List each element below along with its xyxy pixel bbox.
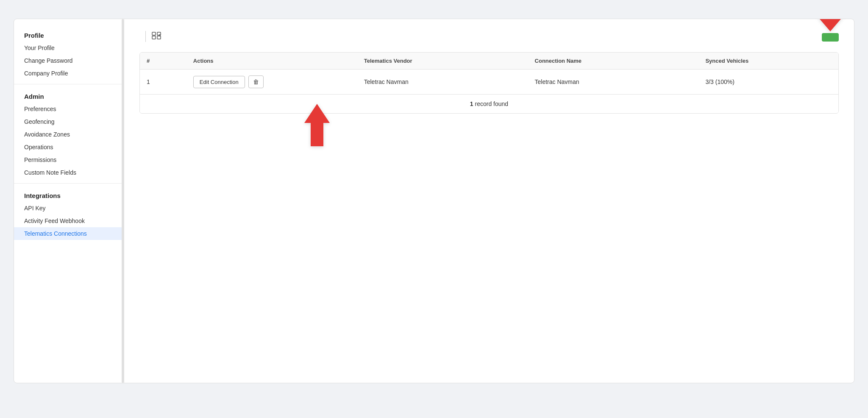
content-header <box>139 31 839 42</box>
down-arrow-annotation <box>815 19 845 33</box>
data-table: #ActionsTelematics VendorConnection Name… <box>140 53 838 94</box>
sidebar: ProfileYour ProfileChange PasswordCompan… <box>14 19 124 383</box>
col-header-telematics-vendor: Telematics Vendor <box>357 53 528 70</box>
main-card: ProfileYour ProfileChange PasswordCompan… <box>14 19 854 383</box>
sidebar-item-custom-note-fields[interactable]: Custom Note Fields <box>14 166 124 179</box>
col-header-synced-vehicles: Synced Vehicles <box>698 53 838 70</box>
sidebar-section-2: IntegrationsAPI KeyActivity Feed Webhook… <box>14 183 124 240</box>
content-area: #ActionsTelematics VendorConnection Name… <box>124 19 854 383</box>
svg-marker-4 <box>818 19 843 31</box>
row-number: 1 <box>140 70 186 95</box>
sidebar-item-geofencing[interactable]: Geofencing <box>14 115 124 128</box>
sidebar-section-title-2: Integrations <box>14 188 124 202</box>
sidebar-item-activity-feed-webhook[interactable]: Activity Feed Webhook <box>14 215 124 227</box>
title-divider <box>145 31 146 42</box>
svg-rect-3 <box>157 36 161 39</box>
sidebar-item-change-password[interactable]: Change Password <box>14 54 124 67</box>
row-synced-vehicles: 3/3 (100%) <box>698 70 838 95</box>
table-header: #ActionsTelematics VendorConnection Name… <box>140 53 838 70</box>
row-actions: Edit Connection🗑 <box>186 70 357 95</box>
svg-rect-0 <box>152 32 156 35</box>
action-cell: Edit Connection🗑 <box>193 75 351 88</box>
table-footer: 1 record found <box>140 94 838 113</box>
sidebar-item-api-key[interactable]: API Key <box>14 202 124 215</box>
sidebar-item-preferences[interactable]: Preferences <box>14 103 124 115</box>
table-row: 1Edit Connection🗑Teletrac NavmanTeletrac… <box>140 70 838 95</box>
sidebar-section-title-1: Admin <box>14 89 124 103</box>
sidebar-section-1: AdminPreferencesGeofencingAvoidance Zone… <box>14 84 124 179</box>
content-title-row <box>139 31 161 42</box>
sidebar-divider <box>14 183 124 184</box>
svg-rect-2 <box>152 36 156 39</box>
sidebar-section-0: ProfileYour ProfileChange PasswordCompan… <box>14 28 124 80</box>
sidebar-item-operations[interactable]: Operations <box>14 141 124 153</box>
sidebar-item-your-profile[interactable]: Your Profile <box>14 42 124 54</box>
add-button-wrapper <box>822 31 839 42</box>
sidebar-item-avoidance-zones[interactable]: Avoidance Zones <box>14 128 124 141</box>
sidebar-item-company-profile[interactable]: Company Profile <box>14 67 124 80</box>
add-telematics-connection-button[interactable] <box>822 33 839 42</box>
telematics-icon <box>152 32 161 42</box>
sidebar-section-title-0: Profile <box>14 28 124 42</box>
col-header-actions: Actions <box>186 53 357 70</box>
col-header-#: # <box>140 53 186 70</box>
edit-connection-button[interactable]: Edit Connection <box>193 76 245 88</box>
sidebar-item-permissions[interactable]: Permissions <box>14 153 124 166</box>
table-container: #ActionsTelematics VendorConnection Name… <box>139 52 839 114</box>
table-body: 1Edit Connection🗑Teletrac NavmanTeletrac… <box>140 70 838 95</box>
row-vendor: Teletrac Navman <box>357 70 528 95</box>
row-connection-name: Teletrac Navman <box>528 70 699 95</box>
sidebar-scrollbar[interactable] <box>122 19 124 383</box>
col-header-connection-name: Connection Name <box>528 53 699 70</box>
sidebar-divider <box>14 84 124 84</box>
delete-connection-button[interactable]: 🗑 <box>248 75 264 88</box>
sidebar-item-telematics-connections[interactable]: Telematics Connections <box>14 227 124 240</box>
